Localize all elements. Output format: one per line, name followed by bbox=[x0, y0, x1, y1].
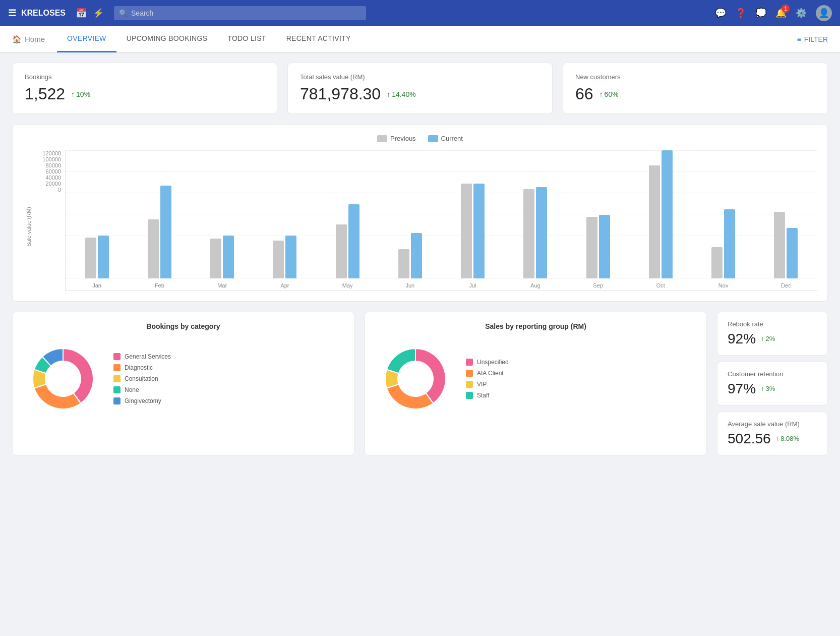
bar-prev-aug bbox=[523, 189, 534, 278]
bar-prev-jan bbox=[85, 238, 96, 278]
rebook-label: Rebook rate bbox=[728, 320, 817, 328]
bar-curr-may bbox=[348, 204, 359, 278]
notification-icon[interactable]: 🔔 1 bbox=[775, 8, 787, 19]
bar-group-apr: Apr bbox=[254, 236, 316, 291]
tab-recent-activity[interactable]: RECENT ACTIVITY bbox=[276, 26, 361, 52]
bar-prev-jun bbox=[398, 249, 409, 278]
legend-curr-box bbox=[428, 135, 438, 142]
bar-group-oct: Oct bbox=[629, 150, 692, 291]
x-label-apr: Apr bbox=[280, 282, 289, 288]
y-label-60k: 60000 bbox=[35, 168, 65, 175]
tab-overview[interactable]: OVERVIEW bbox=[57, 26, 116, 52]
legend-item: Diagnostic bbox=[113, 364, 171, 371]
legend-current: Current bbox=[428, 135, 463, 142]
settings-icon[interactable]: ⚙️ bbox=[796, 8, 807, 19]
avg-sale-change: ↑ 8.08% bbox=[776, 435, 799, 442]
up-retention: ↑ bbox=[761, 385, 764, 392]
bar-prev-mar bbox=[210, 239, 221, 278]
metric-avg-sale: Average sale value (RM) 502.56 ↑ 8.08% bbox=[717, 412, 828, 455]
metrics-col: Rebook rate 92% ↑ 2% Customer retention … bbox=[717, 312, 828, 455]
bolt-icon[interactable]: ⚡ bbox=[93, 8, 104, 19]
bookings-value: 1,522 ↑ 10% bbox=[25, 85, 265, 103]
bookings-label: Bookings bbox=[25, 73, 265, 81]
legend-item: AIA Client bbox=[466, 370, 509, 377]
bar-curr-feb bbox=[160, 186, 171, 278]
menu-icon[interactable]: ☰ bbox=[8, 8, 16, 19]
bar-prev-oct bbox=[649, 165, 660, 278]
chart-area: JanFebMarAprMayJunJulAugSepOctNovDec bbox=[65, 150, 817, 291]
legend-previous: Previous bbox=[377, 135, 416, 142]
search-input[interactable] bbox=[114, 6, 366, 20]
chart-wrapper: Sale value (RM) 0 20000 40000 60000 8000… bbox=[23, 150, 817, 291]
legend-item: Consultation bbox=[113, 375, 171, 382]
stat-card-bookings: Bookings 1,522 ↑ 10% bbox=[12, 63, 277, 114]
bar-curr-oct bbox=[662, 150, 673, 278]
chat-icon[interactable]: 💬 bbox=[715, 8, 726, 19]
bar-prev-jul bbox=[461, 184, 472, 278]
y-axis: 0 20000 40000 60000 80000 100000 120000 bbox=[35, 150, 65, 205]
avatar[interactable]: 👤 bbox=[816, 5, 832, 21]
x-label-mar: Mar bbox=[217, 282, 227, 288]
nav-tabs: OVERVIEW UPCOMING BOOKINGS TODO LIST REC… bbox=[57, 26, 797, 52]
retention-value: 97% ↑ 3% bbox=[728, 381, 817, 397]
avg-sale-label: Average sale value (RM) bbox=[728, 420, 817, 428]
bookings-category-card: Bookings by category General ServicesDia… bbox=[12, 312, 354, 455]
bar-prev-sep bbox=[586, 217, 597, 278]
sales-legend: UnspecifiedAIA ClientVIPStaff bbox=[466, 359, 509, 399]
bottom-row: Bookings by category General ServicesDia… bbox=[12, 312, 828, 455]
messages-icon[interactable]: 💭 bbox=[755, 8, 766, 19]
y-label-40k: 40000 bbox=[35, 175, 65, 181]
bookings-legend: General ServicesDiagnosticConsultationNo… bbox=[113, 353, 171, 404]
up-rebook: ↑ bbox=[761, 335, 764, 342]
bar-curr-sep bbox=[599, 215, 610, 278]
bar-prev-feb bbox=[148, 219, 159, 278]
x-label-may: May bbox=[342, 282, 353, 288]
main-content: Bookings 1,522 ↑ 10% Total sales value (… bbox=[0, 52, 840, 466]
home-icon: 🏠 bbox=[12, 35, 22, 44]
sales-donut-content: UnspecifiedAIA ClientVIPStaff bbox=[375, 338, 696, 419]
y-label-20k: 20000 bbox=[35, 181, 65, 187]
bar-group-sep: Sep bbox=[567, 215, 629, 291]
filter-button[interactable]: ≡ FILTER bbox=[797, 35, 828, 43]
bar-group-jan: Jan bbox=[66, 236, 128, 291]
bar-curr-mar bbox=[223, 236, 234, 278]
x-label-sep: Sep bbox=[593, 282, 603, 288]
x-label-jul: Jul bbox=[469, 282, 476, 288]
sales-label: Total sales value (RM) bbox=[300, 73, 540, 81]
y-label-100k: 100000 bbox=[35, 156, 65, 162]
bar-curr-dec bbox=[787, 228, 798, 278]
brand-name: KRELOSES bbox=[21, 9, 66, 18]
x-label-jan: Jan bbox=[92, 282, 101, 288]
x-label-aug: Aug bbox=[530, 282, 541, 288]
home-link[interactable]: 🏠 Home bbox=[12, 35, 45, 44]
bookings-change: ↑ 10% bbox=[71, 90, 90, 98]
x-label-feb: Feb bbox=[155, 282, 164, 288]
search-bar: 🔍 bbox=[114, 6, 366, 20]
filter-label: FILTER bbox=[804, 35, 828, 43]
bar-group-feb: Feb bbox=[128, 186, 191, 290]
tab-todo-list[interactable]: TODO LIST bbox=[217, 26, 276, 52]
help-icon[interactable]: ❓ bbox=[735, 8, 746, 19]
bar-group-dec: Dec bbox=[755, 212, 817, 291]
bookings-donut-content: General ServicesDiagnosticConsultationNo… bbox=[23, 338, 344, 419]
sales-change: ↑ 14.40% bbox=[387, 90, 415, 98]
tab-upcoming-bookings[interactable]: UPCOMING BOOKINGS bbox=[116, 26, 218, 52]
bar-group-mar: Mar bbox=[191, 236, 254, 291]
legend-item: Staff bbox=[466, 392, 509, 399]
legend-item: Gingivectomy bbox=[113, 397, 171, 404]
bar-curr-jul bbox=[473, 184, 485, 278]
navbar: 🏠 Home OVERVIEW UPCOMING BOOKINGS TODO L… bbox=[0, 26, 840, 52]
up-avg-sale: ↑ bbox=[776, 435, 779, 442]
bookings-donut-chart bbox=[23, 338, 103, 419]
bar-curr-aug bbox=[536, 187, 547, 278]
y-label-0: 0 bbox=[35, 187, 65, 193]
customers-value: 66 ↑ 60% bbox=[575, 85, 815, 103]
bar-prev-nov bbox=[711, 247, 723, 278]
sales-donut-chart bbox=[375, 338, 456, 419]
sales-group-card: Sales by reporting group (RM) Unspecifie… bbox=[365, 312, 707, 455]
filter-icon: ≡ bbox=[797, 35, 801, 43]
calendar-icon[interactable]: 📅 bbox=[76, 8, 87, 19]
y-label-80k: 80000 bbox=[35, 162, 65, 168]
sales-group-title: Sales by reporting group (RM) bbox=[375, 322, 696, 330]
y-axis-title: Sale value (RM) bbox=[23, 150, 35, 291]
